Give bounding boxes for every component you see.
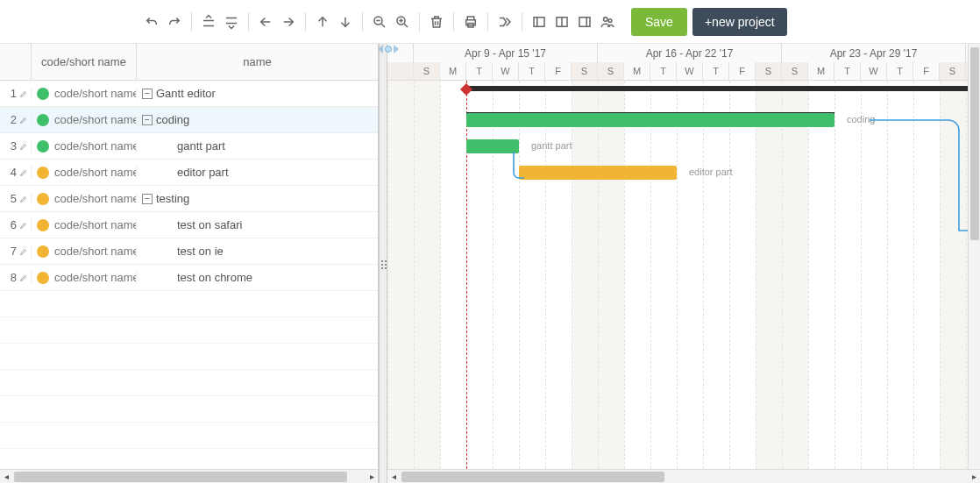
collapse-icon[interactable]: − bbox=[142, 115, 153, 125]
day-header: M bbox=[808, 62, 834, 80]
collapse-icon[interactable]: − bbox=[142, 89, 153, 99]
task-row[interactable]: 1code/short name−Gantt editor bbox=[0, 81, 378, 107]
row-name[interactable]: −Gantt editor bbox=[137, 87, 378, 100]
edit-icon[interactable] bbox=[19, 142, 28, 151]
day-header: T bbox=[703, 62, 729, 80]
row-name[interactable]: gantt part bbox=[137, 139, 378, 153]
svg-point-7 bbox=[604, 17, 608, 21]
move-down-icon[interactable] bbox=[334, 11, 357, 33]
status-dot bbox=[37, 167, 49, 179]
right-horizontal-scrollbar[interactable]: ◂ ▸ bbox=[387, 469, 980, 483]
delete-icon[interactable] bbox=[425, 11, 448, 33]
edit-icon[interactable] bbox=[19, 247, 28, 256]
week-header: Apr 16 - Apr 22 '17 bbox=[598, 44, 782, 62]
redo-icon[interactable] bbox=[163, 11, 186, 33]
layout-split-icon[interactable] bbox=[550, 11, 573, 33]
day-header: T bbox=[466, 62, 493, 80]
edit-icon[interactable] bbox=[19, 195, 28, 203]
gantt-body[interactable]: codinggantt parteditor part bbox=[387, 81, 980, 469]
task-row[interactable]: 8code/short nametest on chrome bbox=[0, 265, 378, 291]
insert-above-icon[interactable] bbox=[197, 11, 220, 33]
print-icon[interactable] bbox=[459, 11, 482, 33]
insert-below-icon[interactable] bbox=[220, 11, 243, 33]
row-code[interactable]: code/short name bbox=[32, 166, 137, 179]
critical-path-icon[interactable] bbox=[494, 11, 516, 33]
layout-left-icon[interactable] bbox=[528, 11, 550, 33]
indent-icon[interactable] bbox=[277, 11, 300, 33]
day-header: S bbox=[572, 62, 598, 80]
gantt-chart: Apr 9 - Apr 15 '17Apr 16 - Apr 22 '17Apr… bbox=[387, 44, 980, 483]
outdent-icon[interactable] bbox=[254, 11, 277, 33]
undo-icon[interactable] bbox=[140, 11, 163, 33]
collapse-icon[interactable]: − bbox=[142, 194, 153, 204]
resources-icon[interactable] bbox=[596, 11, 619, 33]
row-name[interactable]: −coding bbox=[137, 113, 378, 126]
col-name-header[interactable]: name bbox=[137, 44, 378, 80]
row-index: 4 bbox=[0, 166, 32, 179]
week-header: Apr 23 - Apr 29 '17 bbox=[782, 44, 966, 62]
edit-icon[interactable] bbox=[19, 221, 28, 230]
gantt-bar-label: editor part bbox=[689, 167, 733, 177]
row-name[interactable]: test on safari bbox=[137, 218, 378, 231]
row-index: 6 bbox=[0, 218, 32, 231]
pane-splitter[interactable] bbox=[379, 44, 387, 483]
zoom-out-icon[interactable] bbox=[368, 11, 391, 33]
row-code[interactable]: code/short name bbox=[32, 87, 137, 100]
status-dot bbox=[37, 88, 49, 100]
edit-icon[interactable] bbox=[19, 89, 28, 98]
row-index: 8 bbox=[0, 271, 32, 284]
day-header: T bbox=[650, 62, 677, 80]
day-header: S bbox=[782, 62, 808, 80]
gantt-task-bar[interactable] bbox=[466, 113, 834, 127]
status-dot bbox=[37, 219, 49, 231]
svg-point-8 bbox=[608, 18, 612, 22]
task-row[interactable]: 4code/short nameeditor part bbox=[0, 160, 378, 186]
day-header: W bbox=[861, 62, 887, 80]
gantt-task-bar[interactable] bbox=[466, 139, 519, 153]
row-code[interactable]: code/short name bbox=[32, 271, 137, 284]
status-dot bbox=[37, 140, 49, 153]
zoom-in-icon[interactable] bbox=[391, 11, 414, 33]
row-code[interactable]: code/short name bbox=[32, 192, 137, 205]
row-code[interactable]: code/short name bbox=[32, 245, 137, 258]
day-header: T bbox=[834, 62, 861, 80]
row-index: 7 bbox=[0, 245, 32, 258]
gantt-bar-label: gantt part bbox=[531, 140, 572, 151]
row-name[interactable]: −testing bbox=[137, 192, 378, 205]
gantt-group-bar[interactable] bbox=[466, 86, 980, 91]
task-row[interactable]: 3code/short namegantt part bbox=[0, 133, 378, 160]
day-header: W bbox=[677, 62, 703, 80]
new-project-button[interactable]: +new project bbox=[692, 8, 787, 36]
edit-icon[interactable] bbox=[19, 168, 28, 177]
week-header: Apr 9 - Apr 15 '17 bbox=[414, 44, 598, 62]
edit-icon[interactable] bbox=[19, 116, 28, 124]
edit-icon[interactable] bbox=[19, 273, 28, 282]
row-name[interactable]: test on chrome bbox=[137, 271, 378, 284]
col-code-header[interactable]: code/short name bbox=[32, 44, 137, 80]
row-code[interactable]: code/short name bbox=[32, 113, 137, 126]
row-index: 5 bbox=[0, 192, 32, 205]
task-row[interactable]: 2code/short name−coding bbox=[0, 107, 378, 133]
status-dot bbox=[37, 114, 49, 126]
row-name[interactable]: test on ie bbox=[137, 245, 378, 258]
row-index: 2 bbox=[0, 113, 32, 126]
timeline-zoom-handle[interactable] bbox=[378, 44, 399, 55]
task-row[interactable]: 7code/short nametest on ie bbox=[0, 238, 378, 265]
left-horizontal-scrollbar[interactable]: ◂ ▸ bbox=[0, 469, 378, 483]
task-row[interactable]: 5code/short name−testing bbox=[0, 186, 378, 212]
row-code[interactable]: code/short name bbox=[32, 139, 137, 153]
save-button[interactable]: Save bbox=[631, 8, 687, 36]
vertical-scrollbar[interactable] bbox=[968, 44, 980, 469]
row-index: 1 bbox=[0, 87, 32, 100]
task-table: code/short name name 1code/short name−Ga… bbox=[0, 44, 379, 483]
move-up-icon[interactable] bbox=[311, 11, 334, 33]
gantt-task-bar[interactable] bbox=[519, 166, 677, 180]
day-header: F bbox=[545, 62, 572, 80]
row-code[interactable]: code/short name bbox=[32, 218, 137, 231]
svg-rect-4 bbox=[534, 17, 544, 26]
layout-right-icon[interactable] bbox=[573, 11, 596, 33]
task-row[interactable]: 6code/short nametest on safari bbox=[0, 212, 378, 238]
row-name[interactable]: editor part bbox=[137, 166, 378, 179]
svg-rect-6 bbox=[579, 17, 590, 26]
row-index: 3 bbox=[0, 139, 32, 153]
